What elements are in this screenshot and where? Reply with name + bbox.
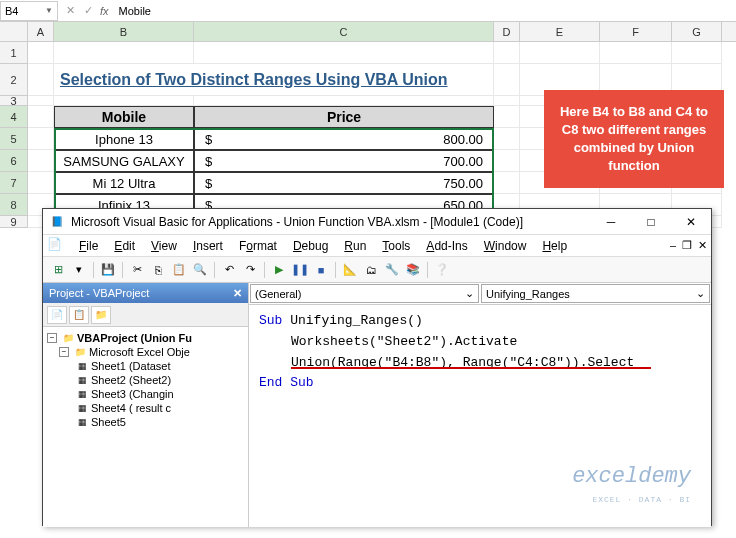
menu-addins[interactable]: Add-Ins — [418, 237, 475, 255]
fx-icon[interactable]: fx — [100, 5, 109, 17]
object-dropdown[interactable]: (General)⌄ — [250, 284, 479, 303]
tree-sheet[interactable]: ▦Sheet2 (Sheet2) — [47, 373, 244, 387]
menu-file[interactable]: File — [71, 237, 106, 255]
col-header-e[interactable]: E — [520, 22, 600, 41]
view-code-icon[interactable]: 📄 — [47, 306, 67, 324]
table-cell[interactable]: Iphone 13 — [54, 128, 194, 150]
find-icon[interactable]: 🔍 — [191, 261, 209, 279]
vbe-title: Microsoft Visual Basic for Applications … — [71, 215, 597, 229]
break-icon[interactable]: ❚❚ — [291, 261, 309, 279]
code-editor[interactable]: Sub Unifying_Ranges() Worksheets("Sheet2… — [249, 305, 711, 527]
close-project-panel-icon[interactable]: ✕ — [233, 287, 242, 300]
menu-edit[interactable]: Edit — [106, 237, 143, 255]
toggle-folders-icon[interactable]: 📁 — [91, 306, 111, 324]
row-header[interactable]: 5 — [0, 128, 28, 150]
help-icon[interactable]: ❔ — [433, 261, 451, 279]
menu-format[interactable]: Format — [231, 237, 285, 255]
view-excel-icon[interactable]: ⊞ — [49, 261, 67, 279]
code-highlight-underline — [291, 367, 651, 369]
close-button[interactable]: ✕ — [677, 213, 705, 231]
paste-icon[interactable]: 📋 — [170, 261, 188, 279]
cut-icon[interactable]: ✂ — [128, 261, 146, 279]
select-all-corner[interactable] — [0, 22, 28, 41]
row-header[interactable]: 4 — [0, 106, 28, 128]
minimize-button[interactable]: ─ — [597, 213, 625, 231]
row-header[interactable]: 8 — [0, 194, 28, 216]
run-icon[interactable]: ▶ — [270, 261, 288, 279]
design-mode-icon[interactable]: 📐 — [341, 261, 359, 279]
table-cell[interactable]: $800.00 — [194, 128, 494, 150]
table-cell[interactable]: SAMSUNG GALAXY — [54, 150, 194, 172]
chevron-down-icon: ⌄ — [465, 287, 474, 300]
tree-sheet[interactable]: ▦Sheet3 (Changin — [47, 387, 244, 401]
row-header[interactable]: 9 — [0, 216, 28, 228]
formula-bar[interactable]: Mobile — [113, 3, 736, 19]
redo-icon[interactable]: ↷ — [241, 261, 259, 279]
tree-sheet[interactable]: ▦Sheet1 (Dataset — [47, 359, 244, 373]
name-box-dropdown-icon: ▼ — [45, 6, 53, 15]
table-cell[interactable]: $700.00 — [194, 150, 494, 172]
col-header-f[interactable]: F — [600, 22, 672, 41]
menu-insert[interactable]: Insert — [185, 237, 231, 255]
project-panel-title: Project - VBAProject — [49, 287, 149, 299]
tree-project[interactable]: −📁VBAProject (Union Fu — [47, 331, 244, 345]
vbe-window: 📘 Microsoft Visual Basic for Application… — [42, 208, 712, 526]
mdi-restore-icon[interactable]: ❐ — [682, 239, 692, 252]
reset-icon[interactable]: ■ — [312, 261, 330, 279]
name-box[interactable]: B4 ▼ — [0, 1, 58, 21]
cancel-formula-icon: ✕ — [62, 3, 78, 19]
vb-module-icon: 📄 — [47, 237, 65, 255]
col-header-d[interactable]: D — [494, 22, 520, 41]
col-header-c[interactable]: C — [194, 22, 494, 41]
mdi-minimize-icon[interactable]: – — [670, 239, 676, 252]
menu-view[interactable]: View — [143, 237, 185, 255]
object-browser-icon[interactable]: 📚 — [404, 261, 422, 279]
project-explorer: Project - VBAProject ✕ 📄 📋 📁 −📁VBAProjec… — [43, 283, 249, 527]
tree-folder[interactable]: −📁Microsoft Excel Obje — [47, 345, 244, 359]
table-header-mobile[interactable]: Mobile — [54, 106, 194, 128]
mdi-close-icon[interactable]: ✕ — [698, 239, 707, 252]
page-title[interactable]: Selection of Two Distinct Ranges Using V… — [54, 64, 494, 96]
table-header-price[interactable]: Price — [194, 106, 494, 128]
tree-sheet[interactable]: ▦Sheet5 — [47, 415, 244, 429]
callout-box: Here B4 to B8 and C4 to C8 two different… — [544, 90, 724, 188]
menu-help[interactable]: Help — [534, 237, 575, 255]
dropdown-icon[interactable]: ▾ — [70, 261, 88, 279]
table-cell[interactable]: $750.00 — [194, 172, 494, 194]
row-header[interactable]: 7 — [0, 172, 28, 194]
vb-app-icon: 📘 — [49, 214, 65, 230]
menu-window[interactable]: Window — [476, 237, 535, 255]
watermark: exceldemy EXCEL · DATA · BI — [572, 459, 691, 507]
view-object-icon[interactable]: 📋 — [69, 306, 89, 324]
maximize-button[interactable]: □ — [637, 213, 665, 231]
table-cell[interactable]: Mi 12 Ultra — [54, 172, 194, 194]
project-explorer-icon[interactable]: 🗂 — [362, 261, 380, 279]
tree-sheet[interactable]: ▦Sheet4 ( result c — [47, 401, 244, 415]
copy-icon[interactable]: ⎘ — [149, 261, 167, 279]
row-header[interactable]: 6 — [0, 150, 28, 172]
undo-icon[interactable]: ↶ — [220, 261, 238, 279]
menu-tools[interactable]: Tools — [374, 237, 418, 255]
col-header-b[interactable]: B — [54, 22, 194, 41]
row-header[interactable]: 3 — [0, 96, 28, 106]
save-icon[interactable]: 💾 — [99, 261, 117, 279]
row-header[interactable]: 2 — [0, 64, 28, 96]
col-header-a[interactable]: A — [28, 22, 54, 41]
row-header[interactable]: 1 — [0, 42, 28, 64]
menu-run[interactable]: Run — [336, 237, 374, 255]
chevron-down-icon: ⌄ — [696, 287, 705, 300]
accept-formula-icon: ✓ — [80, 3, 96, 19]
col-header-g[interactable]: G — [672, 22, 722, 41]
menu-debug[interactable]: Debug — [285, 237, 336, 255]
procedure-dropdown[interactable]: Unifying_Ranges⌄ — [481, 284, 710, 303]
properties-icon[interactable]: 🔧 — [383, 261, 401, 279]
